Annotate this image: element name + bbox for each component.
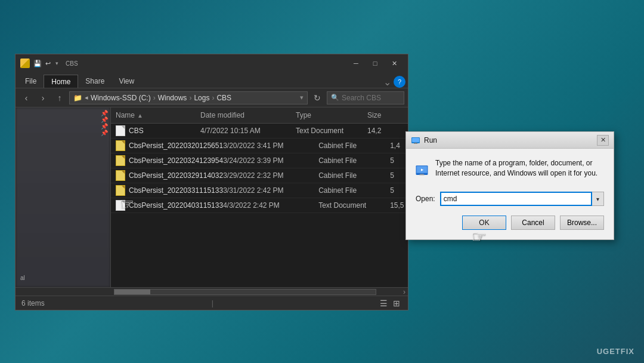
watermark: UGETFIX [597, 347, 634, 356]
table-row[interactable]: CbsPersist_20220320125651 3/20/2022 3:41… [111, 139, 408, 153]
file-type-icon [116, 185, 125, 196]
table-row[interactable]: CbsPersist_20220403115133 4/3/2022 2:42 … [111, 198, 408, 213]
run-app-icon: ▶ [416, 158, 428, 182]
svg-rect-2 [414, 143, 417, 143]
run-input[interactable] [440, 192, 592, 206]
table-row[interactable]: CbsPersist_20220324123954 3/24/2022 3:39… [111, 153, 408, 168]
file-date: 4/7/2022 10:15 AM [200, 125, 296, 136]
file-name-text: CbsPersist_20220403115133 [129, 201, 223, 210]
table-row[interactable]: CbsPersist_20220329114032 3/29/2022 2:32… [111, 168, 408, 183]
scroll-right[interactable]: › [403, 288, 405, 296]
file-type: Text Document [318, 200, 390, 211]
file-type: Cabinet File [318, 140, 390, 151]
back-button[interactable]: ‹ [19, 91, 33, 105]
scrollbar-thumb[interactable] [114, 290, 150, 294]
breadcrumb-logs[interactable]: Logs [194, 94, 209, 102]
run-dropdown-button[interactable]: ▾ [592, 192, 604, 206]
run-close-button[interactable]: ✕ [597, 135, 609, 146]
file-type-icon [116, 170, 125, 181]
titlebar-left: 💾 ↩ ▾ CBS [20, 59, 78, 68]
breadcrumb-windows[interactable]: Windows [158, 94, 187, 102]
search-icon: 🔍 [331, 94, 339, 101]
open-label: Open: [416, 195, 435, 203]
address-path[interactable]: 📁 ◂ Windows-SSD (C:) › Windows › Logs › … [69, 91, 308, 104]
horizontal-scrollbar[interactable]: › [16, 287, 408, 296]
file-explorer-window: 💾 ↩ ▾ CBS ─ □ ✕ File Home Share View ⌄ ?… [15, 54, 408, 310]
file-type-icon [116, 155, 125, 166]
file-name-text: CBS [129, 127, 144, 135]
status-bar: 6 items | ☰ ⊞ [16, 296, 408, 310]
grid-view-icon[interactable]: ⊞ [391, 298, 402, 309]
ribbon: File Home Share View ⌄ ? [16, 72, 408, 88]
folder-icon-addr: 📁 [73, 94, 82, 102]
col-type[interactable]: Type [296, 110, 367, 121]
tab-home[interactable]: Home [44, 75, 78, 88]
cancel-button[interactable]: Cancel [511, 216, 555, 230]
breadcrumb-start: ◂ [85, 94, 88, 101]
svg-rect-1 [412, 138, 419, 142]
refresh-button[interactable]: ↻ [310, 91, 324, 105]
quick-access-undo: ↩ [45, 60, 51, 67]
col-name[interactable]: Name ▲ [116, 110, 200, 121]
breadcrumb-drive[interactable]: Windows-SSD (C:) [91, 94, 151, 102]
run-title-text: Run [424, 136, 437, 144]
maximize-button[interactable]: □ [366, 57, 384, 69]
window-controls: ─ □ ✕ [347, 57, 403, 69]
run-content: ▶ Type the name of a program, folder, do… [416, 158, 604, 182]
quick-access-more[interactable]: ▾ [55, 60, 58, 66]
file-type: Cabinet File [318, 155, 390, 166]
sep2: › [189, 94, 191, 102]
explorer-title: CBS [66, 60, 78, 67]
breadcrumb-cbs[interactable]: CBS [216, 94, 231, 102]
table-row[interactable]: CbsPersist_20220331115133 3/31/2022 2:42… [111, 183, 408, 198]
help-button[interactable]: ? [394, 76, 405, 88]
ribbon-tabs: File Home Share View ⌄ ? [16, 72, 408, 88]
explorer-body: 📌📌📌📌 al Name ▲ Date modified Type Size C… [16, 107, 408, 287]
col-size[interactable]: Size [367, 110, 403, 121]
minimize-button[interactable]: ─ [347, 57, 365, 69]
col-date[interactable]: Date modified [200, 110, 296, 121]
file-type-icon [116, 140, 125, 151]
run-input-row: Open: ▾ [416, 192, 604, 206]
ok-button[interactable]: OK [462, 216, 506, 230]
file-date: 3/24/2022 3:39 PM [223, 155, 318, 166]
run-titlebar: Run ✕ [406, 132, 614, 149]
item-count: 6 items [21, 299, 45, 307]
sort-arrow: ▲ [137, 112, 143, 119]
close-button[interactable]: ✕ [385, 57, 403, 69]
search-input[interactable] [342, 94, 400, 102]
file-type: Cabinet File [318, 170, 390, 181]
file-list-header: Name ▲ Date modified Type Size [111, 107, 408, 124]
up-button[interactable]: ↑ [52, 91, 67, 105]
tab-view[interactable]: View [112, 75, 141, 88]
file-date: 3/20/2022 3:41 PM [223, 140, 318, 151]
file-name-cell: CbsPersist_20220403115133 [116, 200, 223, 211]
run-dialog: Run ✕ ▶ Type the name of a program, fold… [405, 131, 614, 240]
run-description: Type the name of a program, folder, docu… [435, 158, 604, 179]
ribbon-expand[interactable]: ⌄ [383, 76, 391, 88]
file-size: 14,2 [367, 125, 403, 136]
file-name-text: CbsPersist_20220324123954 [129, 156, 223, 165]
run-input-wrapper: ▾ [440, 192, 604, 206]
file-type: Cabinet File [318, 185, 390, 196]
forward-button[interactable]: › [36, 91, 50, 105]
file-name-cell: CbsPersist_20220331115133 [116, 185, 223, 196]
svg-rect-7 [419, 174, 424, 175]
run-buttons: OK Cancel Browse... [416, 216, 604, 230]
search-box: 🔍 [327, 91, 404, 104]
tab-share[interactable]: Share [78, 75, 112, 88]
scrollbar-track[interactable] [114, 289, 376, 295]
file-list: Name ▲ Date modified Type Size CBS 4/7/2… [111, 107, 408, 287]
table-row[interactable]: CBS 4/7/2022 10:15 AM Text Document 14,2 [111, 124, 408, 139]
sidebar: 📌📌📌📌 al [16, 107, 111, 287]
svg-rect-6 [420, 174, 423, 174]
file-name-text: CbsPersist_20220329114032 [129, 171, 223, 180]
quick-access-save: 💾 [33, 60, 42, 67]
path-dropdown[interactable]: ▾ [300, 94, 304, 101]
file-rows: CBS 4/7/2022 10:15 AM Text Document 14,2… [111, 124, 408, 213]
file-name-cell: CBS [116, 125, 200, 136]
list-view-icon[interactable]: ☰ [378, 298, 389, 309]
run-title-left: Run [411, 136, 437, 145]
browse-button[interactable]: Browse... [560, 216, 604, 230]
tab-file[interactable]: File [18, 75, 44, 88]
